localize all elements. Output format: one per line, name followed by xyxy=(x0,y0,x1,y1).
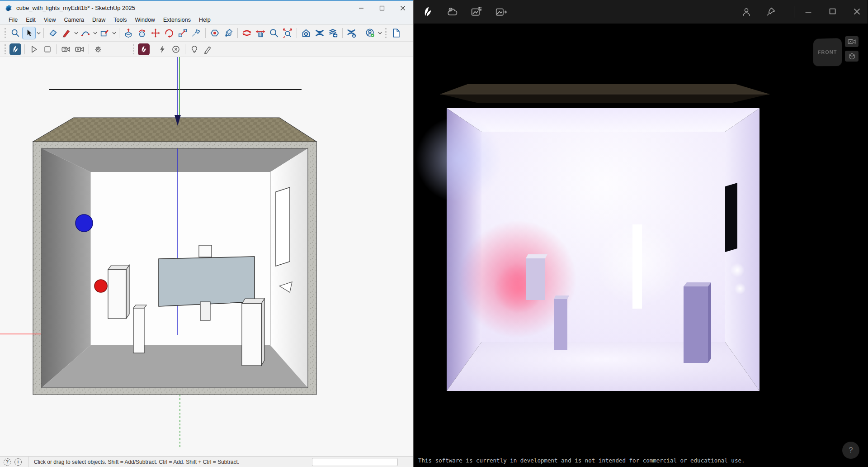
window-opening[interactable] xyxy=(276,187,290,266)
orbit-tool-icon[interactable] xyxy=(240,27,254,39)
window-controls xyxy=(351,1,413,15)
quick-render-icon[interactable] xyxy=(156,43,169,56)
render-titlebar xyxy=(414,0,868,24)
select-dropdown-icon[interactable] xyxy=(36,27,41,39)
toolbar-grip[interactable] xyxy=(385,28,387,38)
render-settings-icon[interactable] xyxy=(469,4,484,19)
wall-light-spot-2 xyxy=(734,283,746,295)
new-file-icon[interactable] xyxy=(389,27,403,39)
rendered-roof xyxy=(440,84,769,103)
edit-lights-icon[interactable] xyxy=(188,43,201,56)
geolocate-icon[interactable]: ? xyxy=(4,458,11,466)
post-cap[interactable] xyxy=(199,245,212,257)
add-camera-icon[interactable] xyxy=(59,43,73,56)
model-info-icon[interactable] xyxy=(299,27,313,39)
eraser-icon[interactable] xyxy=(46,27,60,39)
close-icon[interactable] xyxy=(849,4,865,19)
minimize-icon[interactable] xyxy=(351,1,372,15)
desktop: cube_with_lights_myEdit1b* - SketchUp 20… xyxy=(0,0,868,467)
push-pull-icon[interactable] xyxy=(122,27,135,39)
stop-render-window-icon[interactable] xyxy=(41,43,54,56)
sketchup-titlebar: cube_with_lights_myEdit1b* - SketchUp 20… xyxy=(0,0,413,15)
account-dropdown-icon[interactable] xyxy=(377,27,382,39)
minimize-icon[interactable] xyxy=(801,4,816,19)
pillar-left[interactable] xyxy=(108,265,129,319)
account-icon[interactable] xyxy=(739,4,754,19)
toolbar-render-extension xyxy=(0,42,413,57)
line-dropdown-icon[interactable] xyxy=(73,27,79,39)
menu-view[interactable]: View xyxy=(40,16,60,24)
panel-post[interactable] xyxy=(200,302,210,320)
toolbar-grip[interactable] xyxy=(133,44,134,54)
measurements-input[interactable] xyxy=(312,458,398,466)
info-icon[interactable]: i xyxy=(14,458,22,466)
extension-settings-icon[interactable] xyxy=(345,27,359,39)
zoom-extents-icon[interactable] xyxy=(281,27,294,39)
menu-tools[interactable]: Tools xyxy=(109,16,131,24)
paint-bucket-icon[interactable] xyxy=(222,27,235,39)
maximize-icon[interactable] xyxy=(825,4,840,19)
rendered-pillar-left xyxy=(526,254,547,300)
blue-sphere-light[interactable] xyxy=(75,214,93,232)
menu-help[interactable]: Help xyxy=(195,16,215,24)
render-window: FRONT This software is currently in deve… xyxy=(414,0,868,467)
abort-render-icon[interactable] xyxy=(169,43,183,56)
help-button[interactable]: ? xyxy=(842,442,859,459)
environment-icon[interactable] xyxy=(444,4,460,19)
toolbar-grip[interactable] xyxy=(5,28,6,38)
red-sphere-light[interactable] xyxy=(94,280,107,292)
disclaimer-text: This software is currently in developmen… xyxy=(417,457,745,464)
layers-export-icon[interactable] xyxy=(326,27,340,39)
edit-tool-icon[interactable] xyxy=(201,43,215,56)
tape-measure-icon[interactable] xyxy=(189,27,203,39)
gizmo-toggle-button[interactable] xyxy=(845,51,859,62)
renderer-logo-maroon-icon[interactable] xyxy=(137,43,151,56)
camera-toggle-button[interactable] xyxy=(845,36,859,47)
pin-window-icon[interactable] xyxy=(763,4,778,19)
statusbar: ? i Click or drag to select objects. Shi… xyxy=(0,456,413,467)
rendered-scene xyxy=(414,24,868,465)
render-settings-icon[interactable] xyxy=(91,43,105,56)
follow-me-icon[interactable] xyxy=(135,27,149,39)
menu-camera[interactable]: Camera xyxy=(60,16,88,24)
account-signin-icon[interactable] xyxy=(363,27,377,39)
menu-extensions[interactable]: Extensions xyxy=(159,16,195,24)
rendered-pillar-right xyxy=(684,282,711,363)
cube-roof[interactable] xyxy=(33,118,316,142)
viewcube-front[interactable]: FRONT xyxy=(813,38,842,66)
line-tool-icon[interactable] xyxy=(60,27,73,39)
move-tool-icon[interactable] xyxy=(149,27,162,39)
arc-dropdown-icon[interactable] xyxy=(92,27,98,39)
close-icon[interactable] xyxy=(392,1,413,15)
menu-window[interactable]: Window xyxy=(131,16,159,24)
pillar-right[interactable] xyxy=(242,299,264,366)
rendered-pillar-small xyxy=(554,295,569,350)
select-tool-icon[interactable] xyxy=(22,27,36,39)
sketchup-window: cube_with_lights_myEdit1b* - SketchUp 20… xyxy=(0,0,414,467)
search-icon[interactable] xyxy=(9,27,22,39)
start-render-icon[interactable] xyxy=(27,43,41,56)
menu-edit[interactable]: Edit xyxy=(22,16,40,24)
toolbar-grip[interactable] xyxy=(5,44,6,54)
shapes-tool-icon[interactable] xyxy=(98,27,111,39)
menu-draw[interactable]: Draw xyxy=(88,16,109,24)
extension-exchange-icon[interactable] xyxy=(313,27,326,39)
shapes-dropdown-icon[interactable] xyxy=(111,27,117,39)
rotate-tool-icon[interactable] xyxy=(162,27,176,39)
zoom-tool-icon[interactable] xyxy=(267,27,281,39)
blue-light-glow xyxy=(416,116,502,202)
panel-screen[interactable] xyxy=(159,257,255,306)
pan-tool-icon[interactable] xyxy=(254,27,267,39)
menu-file[interactable]: File xyxy=(5,16,22,24)
arc-tool-icon[interactable] xyxy=(79,27,92,39)
remove-camera-icon[interactable] xyxy=(73,43,86,56)
export-image-icon[interactable] xyxy=(493,4,509,19)
render-viewport[interactable]: FRONT This software is currently in deve… xyxy=(414,24,868,467)
scale-tool-icon[interactable] xyxy=(176,27,189,39)
menubar: File Edit View Camera Draw Tools Window … xyxy=(0,15,413,25)
maximize-icon[interactable] xyxy=(372,1,392,15)
renderer-logo-blue-icon[interactable] xyxy=(9,43,22,56)
sketchup-viewport[interactable] xyxy=(0,57,413,456)
position-camera-icon[interactable] xyxy=(208,27,222,39)
scene-3d-model[interactable] xyxy=(0,57,413,456)
